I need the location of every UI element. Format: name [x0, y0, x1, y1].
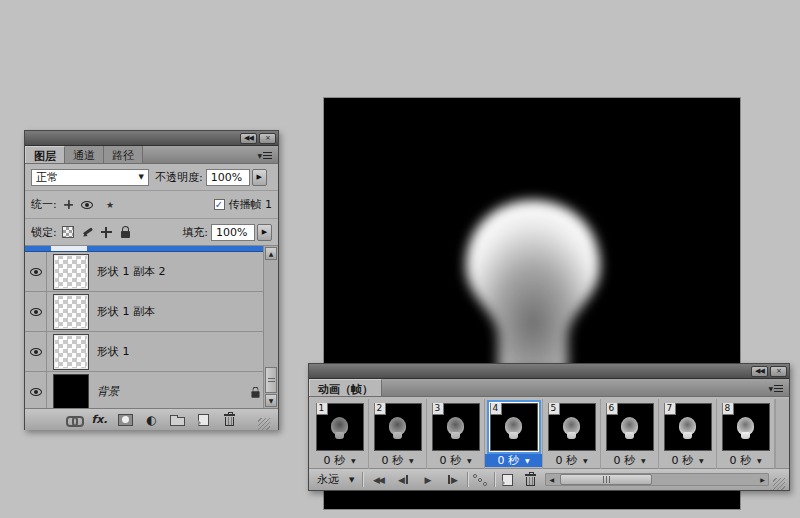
chevron-down-icon: ▼	[583, 457, 588, 464]
scroll-up-icon[interactable]: ▲	[265, 247, 277, 260]
unify-style-icon[interactable]: ✓★	[98, 197, 115, 213]
scroll-left-icon[interactable]: ◀	[546, 474, 557, 485]
adjustment-layer-icon[interactable]: ◐	[143, 412, 160, 428]
layer-mask-icon[interactable]	[117, 412, 134, 428]
panel-menu-icon[interactable]: ▼	[768, 385, 783, 392]
scroll-down-icon[interactable]: ▼	[265, 394, 277, 407]
frame-number: 6	[606, 403, 619, 415]
layers-panel: ◀◀ × 图层 通道 路径 ▼ 正常 ▼ 不透明度: 100% ▶ 统一: ✓★	[24, 130, 279, 430]
layer-row[interactable]: 形状 1 副本 2	[25, 252, 278, 292]
eye-icon	[30, 348, 42, 356]
animation-frame[interactable]: 4 0 秒 ▼	[485, 399, 543, 469]
new-layer-icon[interactable]	[195, 412, 212, 428]
frame-delay-select[interactable]: 0 秒 ▼	[369, 454, 426, 467]
close-panel-icon[interactable]: ×	[259, 133, 276, 144]
unify-position-icon[interactable]	[60, 197, 77, 213]
layer-thumbnail[interactable]	[53, 334, 89, 370]
propagate-checkbox[interactable]: ✓	[214, 199, 225, 210]
panel-resize-grip[interactable]	[773, 478, 785, 490]
visibility-toggle[interactable]	[25, 332, 47, 371]
play-button[interactable]: ▶	[417, 472, 438, 488]
loop-count-select[interactable]: 永远 ▼	[313, 472, 358, 487]
frames-scrollbar[interactable]: ◀ ▶	[545, 473, 769, 486]
layers-panel-tabs: 图层 通道 路径 ▼	[25, 146, 278, 164]
layers-panel-titlebar: ◀◀ ×	[25, 131, 278, 146]
frame-delay-value: 0 秒	[323, 453, 345, 468]
previous-frame-button[interactable]: ◀	[392, 472, 413, 488]
blend-mode-select[interactable]: 正常 ▼	[31, 169, 149, 186]
visibility-toggle[interactable]	[25, 292, 47, 331]
frame-thumbnail: 2	[374, 403, 422, 451]
frame-delay-select[interactable]: 0 秒 ▼	[543, 454, 600, 467]
duplicate-frame-button[interactable]	[499, 472, 516, 488]
frame-delay-select[interactable]: 0 秒 ▼	[485, 454, 542, 467]
animation-frame[interactable]: 1 0 秒 ▼	[311, 399, 369, 469]
frame-number: 8	[722, 403, 735, 415]
scrollbar-thumb[interactable]	[265, 367, 277, 393]
chevron-down-icon: ▼	[525, 457, 530, 464]
fill-input[interactable]: 100%	[211, 224, 255, 241]
scrollbar-thumb[interactable]	[560, 474, 652, 485]
delete-layer-icon[interactable]	[221, 412, 238, 428]
visibility-toggle[interactable]	[25, 372, 47, 409]
layer-name: 形状 1	[97, 344, 260, 359]
panel-resize-grip[interactable]	[258, 418, 270, 430]
lock-position-icon[interactable]	[98, 224, 115, 240]
visibility-toggle[interactable]	[25, 252, 47, 291]
animation-frame[interactable]: 3 0 秒 ▼	[427, 399, 485, 469]
delete-frame-button[interactable]	[522, 472, 539, 488]
layer-list-scrollbar[interactable]: ▲ ▼	[263, 246, 278, 408]
opacity-slider-icon[interactable]: ▶	[252, 169, 267, 186]
collapse-panel-icon[interactable]: ◀◀	[240, 133, 257, 144]
frame-thumbnail: 1	[316, 403, 364, 451]
layer-style-icon[interactable]: fx.	[91, 412, 108, 428]
light-bulb-artwork	[324, 98, 742, 398]
frame-delay-select[interactable]: 0 秒 ▼	[427, 454, 484, 467]
layer-thumbnail[interactable]	[53, 254, 89, 290]
animation-frame[interactable]: 2 0 秒 ▼	[369, 399, 427, 469]
lock-all-icon[interactable]	[117, 224, 134, 240]
frame-delay-select[interactable]: 0 秒 ▼	[717, 454, 774, 467]
first-frame-button[interactable]: ◀◀	[367, 472, 388, 488]
unify-visibility-icon[interactable]	[79, 197, 96, 213]
frame-number: 4	[490, 403, 503, 415]
frame-number: 2	[374, 403, 387, 415]
frame-delay-select[interactable]: 0 秒 ▼	[311, 454, 368, 467]
animation-panel: ◀◀ × 动画（帧） ▼ 1 0 秒 ▼ 2	[308, 363, 790, 491]
tab-animation-frames[interactable]: 动画（帧）	[309, 379, 382, 396]
frame-thumbnail: 3	[432, 403, 480, 451]
blend-options-row: 正常 ▼ 不透明度: 100% ▶	[25, 164, 278, 191]
animation-frame[interactable]: 6 0 秒 ▼	[601, 399, 659, 469]
panel-menu-icon[interactable]: ▼	[257, 152, 272, 159]
animation-frame[interactable]: 7 0 秒 ▼	[659, 399, 717, 469]
layer-row[interactable]: 形状 1	[25, 332, 278, 372]
frame-number: 3	[432, 403, 445, 415]
frame-delay-value: 0 秒	[613, 453, 635, 468]
tween-button[interactable]	[472, 474, 490, 486]
fill-slider-icon[interactable]: ▶	[257, 224, 272, 241]
opacity-label: 不透明度:	[155, 170, 203, 185]
layer-row[interactable]: 形状 1 副本	[25, 292, 278, 332]
opacity-input[interactable]: 100%	[206, 169, 250, 186]
selected-layer-partial-row[interactable]	[25, 246, 278, 252]
layers-panel-footer: fx. ◐	[25, 409, 278, 430]
lock-pixels-icon[interactable]	[79, 224, 96, 240]
new-group-icon[interactable]	[169, 412, 186, 428]
link-layers-icon[interactable]	[65, 412, 82, 428]
layer-thumbnail[interactable]	[53, 374, 89, 410]
frame-delay-select[interactable]: 0 秒 ▼	[659, 454, 716, 467]
lock-transparency-icon[interactable]	[60, 224, 77, 240]
close-panel-icon[interactable]: ×	[770, 366, 787, 377]
next-frame-button[interactable]: ▶	[442, 472, 463, 488]
layer-thumbnail[interactable]	[53, 294, 89, 330]
layer-row[interactable]: 背景	[25, 372, 278, 409]
tab-paths[interactable]: 路径	[104, 146, 143, 163]
animation-frame[interactable]: 8 0 秒 ▼	[717, 399, 775, 469]
tab-layers[interactable]: 图层	[25, 146, 65, 163]
scroll-right-icon[interactable]: ▶	[757, 474, 768, 485]
frame-delay-value: 0 秒	[439, 453, 461, 468]
tab-channels[interactable]: 通道	[65, 146, 104, 163]
frame-delay-select[interactable]: 0 秒 ▼	[601, 454, 658, 467]
animation-frame[interactable]: 5 0 秒 ▼	[543, 399, 601, 469]
collapse-panel-icon[interactable]: ◀◀	[751, 366, 768, 377]
